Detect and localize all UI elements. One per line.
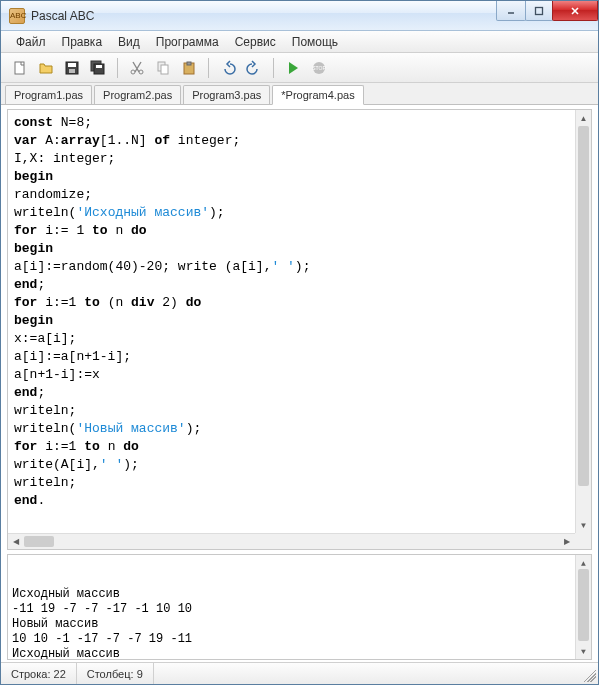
svg-point-12: [139, 70, 143, 74]
open-file-icon: [38, 60, 54, 76]
status-line: Строка: 22: [1, 663, 77, 684]
code-area[interactable]: const N=8; var A:array[1..N] of integer;…: [8, 110, 591, 549]
window-title: Pascal ABC: [31, 9, 94, 23]
new-file-icon: [12, 60, 28, 76]
status-bar: Строка: 22 Столбец: 9: [1, 662, 598, 684]
tab-program4[interactable]: *Program4.pas: [272, 85, 363, 105]
status-col-label: Столбец:: [87, 668, 134, 680]
svg-rect-4: [15, 62, 24, 74]
svg-text:STOP: STOP: [312, 65, 326, 71]
menu-edit[interactable]: Правка: [55, 33, 110, 51]
code-editor[interactable]: const N=8; var A:array[1..N] of integer;…: [7, 109, 592, 550]
app-window: ABC Pascal ABC Файл Правка Вид Программа…: [0, 0, 599, 685]
paste-button[interactable]: [178, 57, 200, 79]
svg-rect-10: [96, 65, 102, 68]
maximize-button[interactable]: [525, 1, 553, 21]
redo-icon: [246, 60, 262, 76]
scroll-left-icon[interactable]: ◀: [8, 534, 24, 549]
save-button[interactable]: [61, 57, 83, 79]
save-all-button[interactable]: [87, 57, 109, 79]
svg-rect-16: [187, 62, 191, 65]
stop-icon: STOP: [311, 60, 327, 76]
save-all-icon: [90, 60, 106, 76]
scroll-down-icon[interactable]: ▼: [576, 517, 591, 533]
resize-grip[interactable]: [580, 666, 596, 682]
editor-scrollbar-horizontal[interactable]: ◀ ▶: [8, 533, 575, 549]
tab-program1[interactable]: Program1.pas: [5, 85, 92, 104]
svg-rect-14: [161, 65, 168, 74]
minimize-button[interactable]: [496, 1, 526, 21]
menu-help[interactable]: Помощь: [285, 33, 345, 51]
scrollbar-corner: [575, 533, 591, 549]
scroll-right-icon[interactable]: ▶: [559, 534, 575, 549]
toolbar-separator: [273, 58, 274, 78]
svg-rect-7: [69, 69, 75, 73]
app-icon: ABC: [9, 8, 25, 24]
run-icon: [285, 60, 301, 76]
editor-tabs: Program1.pas Program2.pas Program3.pas *…: [1, 83, 598, 105]
scroll-thumb[interactable]: [578, 569, 589, 641]
tab-program2[interactable]: Program2.pas: [94, 85, 181, 104]
toolbar-separator: [117, 58, 118, 78]
tab-program3[interactable]: Program3.pas: [183, 85, 270, 104]
redo-button[interactable]: [243, 57, 265, 79]
status-line-label: Строка:: [11, 668, 50, 680]
paste-icon: [181, 60, 197, 76]
open-file-button[interactable]: [35, 57, 57, 79]
title-bar[interactable]: ABC Pascal ABC: [1, 1, 598, 31]
scroll-thumb[interactable]: [578, 126, 589, 486]
editor-scrollbar-vertical[interactable]: ▲ ▼: [575, 110, 591, 533]
output-scrollbar-vertical[interactable]: ▲ ▼: [575, 555, 591, 659]
stop-button[interactable]: STOP: [308, 57, 330, 79]
close-button[interactable]: [552, 1, 598, 21]
toolbar: STOP: [1, 53, 598, 83]
menu-view[interactable]: Вид: [111, 33, 147, 51]
scroll-up-icon[interactable]: ▲: [576, 110, 591, 126]
scroll-thumb[interactable]: [24, 536, 54, 547]
cut-icon: [129, 60, 145, 76]
run-button[interactable]: [282, 57, 304, 79]
status-line-value: 22: [54, 668, 66, 680]
copy-button[interactable]: [152, 57, 174, 79]
output-text: Исходный массив -11 19 -7 -7 -17 -1 10 1…: [12, 587, 587, 660]
output-panel[interactable]: Исходный массив -11 19 -7 -7 -17 -1 10 1…: [7, 554, 592, 660]
menu-service[interactable]: Сервис: [228, 33, 283, 51]
save-icon: [64, 60, 80, 76]
copy-icon: [155, 60, 171, 76]
undo-icon: [220, 60, 236, 76]
svg-rect-6: [68, 63, 76, 67]
status-column: Столбец: 9: [77, 663, 154, 684]
status-col-value: 9: [137, 668, 143, 680]
new-file-button[interactable]: [9, 57, 31, 79]
undo-button[interactable]: [217, 57, 239, 79]
toolbar-separator: [208, 58, 209, 78]
cut-button[interactable]: [126, 57, 148, 79]
menu-program[interactable]: Программа: [149, 33, 226, 51]
menu-file[interactable]: Файл: [9, 33, 53, 51]
scroll-down-icon[interactable]: ▼: [576, 643, 591, 659]
svg-point-11: [131, 70, 135, 74]
menu-bar: Файл Правка Вид Программа Сервис Помощь: [1, 31, 598, 53]
svg-rect-1: [536, 7, 543, 14]
